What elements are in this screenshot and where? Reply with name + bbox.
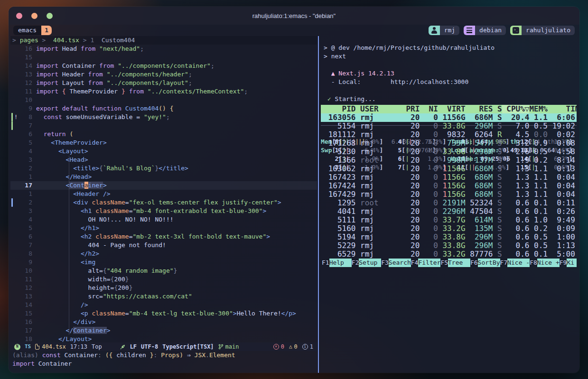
function-key[interactable]: F5Tree bbox=[440, 259, 470, 267]
function-key[interactable]: F9Ki bbox=[560, 259, 577, 267]
process-row[interactable]: 5230rmj20033.8G296MS2.60.54:58.70/opt/go bbox=[321, 148, 577, 156]
info-count[interactable]: i1 bbox=[302, 342, 313, 351]
cell-time: 1:13.86 bbox=[552, 241, 577, 250]
function-key[interactable]: F2Setup bbox=[352, 259, 382, 267]
code-line[interactable]: 9 export default function Custom404() { bbox=[10, 104, 317, 113]
cell-ni: 0 bbox=[420, 139, 438, 148]
process-row[interactable]: 1295root2002191M52324S0.60.10:11.09/usr/… bbox=[321, 199, 577, 207]
code-line[interactable]: 5 </h1> bbox=[10, 224, 317, 232]
gutter-fringe bbox=[10, 284, 18, 292]
warning-count[interactable]: △0 bbox=[289, 342, 298, 351]
process-row[interactable]: 167424rmj2001156G686MS1.31.10:04.37/opt/… bbox=[321, 182, 577, 190]
code-line[interactable]: 3 <h1 className="mb-4 font-extrabold tex… bbox=[10, 207, 317, 215]
cell-user: rmj bbox=[355, 113, 401, 122]
code-line[interactable]: 11 width={200} bbox=[10, 275, 317, 284]
badge-label: debian bbox=[475, 26, 506, 35]
col-pid[interactable]: PID bbox=[324, 105, 355, 113]
code-line[interactable]: 18 </Layout> bbox=[10, 335, 317, 342]
error-count[interactable]: ×0 bbox=[273, 342, 284, 351]
code-line[interactable]: 16 import Head from "next/head"; bbox=[10, 45, 317, 53]
breadcrumb[interactable]: > pages > 404.tsx > 1 Custom404 bbox=[10, 36, 317, 45]
code-line[interactable]: 9 <img bbox=[10, 258, 317, 267]
cell-user: rmj bbox=[355, 207, 401, 216]
code-line[interactable]: 8 </h2> bbox=[10, 250, 317, 258]
code-line[interactable]: 1 </Head> bbox=[10, 173, 317, 181]
process-row[interactable]: 5194rmj20033.8G296MS0.60.51:00.90/opt/go bbox=[321, 233, 577, 241]
process-row[interactable]: 1366root200996M137MS1.90.28:14.97/usr/li bbox=[321, 156, 577, 165]
fkey-action: Nice - bbox=[507, 259, 530, 267]
code-line[interactable]: 13 import Header from "../components/hea… bbox=[10, 70, 317, 79]
process-row[interactable]: 5154rmj20033.8G296MS7.00.519:02.91/opt/g… bbox=[321, 122, 577, 130]
code-line[interactable]: 7 bbox=[10, 121, 317, 130]
code-line[interactable]: 12 height={200} bbox=[10, 284, 317, 292]
process-row[interactable]: 4041rmj2002296M47504S0.60.10:26.53/snap/… bbox=[321, 207, 577, 216]
badge-label: rahuljuliato bbox=[522, 26, 575, 35]
tmux-status-badge[interactable]: rahuljuliato bbox=[510, 26, 575, 35]
tmux-status-badge[interactable]: rmj bbox=[429, 26, 459, 35]
process-row[interactable]: 167423rmj2001156G686MS1.31.10:04.39/opt/… bbox=[321, 173, 577, 182]
code-line[interactable]: 12 import Layout from "../components/lay… bbox=[10, 79, 317, 87]
code-line[interactable]: 2 <div className="fex-ol tems-center fle… bbox=[10, 198, 317, 207]
process-row[interactable]: 5111rmj20033.7G614MS0.61.09:49.90/opt/go bbox=[321, 216, 577, 224]
col-mem[interactable]: MEM% bbox=[529, 105, 552, 113]
code-line[interactable]: 4 OH NO!... NO! NO! NO!!! bbox=[10, 215, 317, 224]
code-line[interactable]: 10 bbox=[10, 96, 317, 104]
process-row[interactable]: 5229rmj20033.8G296MS0.60.51:13.86/opt/go bbox=[321, 241, 577, 250]
cell-state: S bbox=[493, 173, 502, 182]
code-line[interactable]: 4 <Layout> bbox=[10, 147, 317, 156]
col-ni[interactable]: NI bbox=[420, 105, 438, 113]
git-branch[interactable]: main bbox=[218, 342, 239, 351]
process-row[interactable]: 5160rmj20033.2G135MS0.60.20:09.95/opt/go bbox=[321, 224, 577, 233]
cell-cpu: 1.3 bbox=[502, 173, 530, 182]
git-change-indicator bbox=[11, 87, 13, 96]
code-line[interactable]: 13 src="https://cataas.com/cat" bbox=[10, 292, 317, 301]
col-virt[interactable]: VIRT bbox=[438, 105, 466, 113]
function-key[interactable]: F8Nice + bbox=[530, 259, 560, 267]
code-line[interactable]: 15 bbox=[10, 53, 317, 62]
code-line[interactable]: 7 404 - Page not found! bbox=[10, 241, 317, 250]
col-cpu-sort[interactable]: CPU%▽ bbox=[502, 105, 530, 113]
code-line[interactable]: 3 <Head> bbox=[10, 156, 317, 164]
process-row[interactable]: 163056rmj2001156G686MS20.41.16:06.13/opt… bbox=[321, 113, 577, 122]
process-row[interactable]: 167429rmj2001156G686MS1.31.10:04.43/opt/… bbox=[321, 190, 577, 199]
process-row[interactable]: 163062rmj2001156G686MS1.31.10:13.75/opt/… bbox=[321, 165, 577, 173]
col-user[interactable]: USER bbox=[355, 105, 401, 113]
code-line[interactable]: 6 <h2 className="mb-2 text-3xl font-bold… bbox=[10, 232, 317, 241]
git-change-indicator bbox=[11, 181, 13, 190]
process-row[interactable]: 171268rmj200735M547MS3.20.90:08.46/home/… bbox=[321, 139, 577, 148]
tmux-status-badge[interactable]: debian bbox=[464, 26, 506, 35]
col-state[interactable]: S bbox=[493, 105, 502, 113]
tmux-session-name: emacs bbox=[13, 26, 41, 35]
tmux-pane-divider[interactable] bbox=[318, 36, 319, 373]
cell-virt: 33.7G bbox=[438, 216, 466, 224]
code-line[interactable]: 2 <title>{`Rahul's Blog`}</title> bbox=[10, 164, 317, 173]
function-key[interactable]: F4Filter bbox=[411, 259, 441, 267]
code-line[interactable]: 14 import Container from "../components/… bbox=[10, 62, 317, 70]
code-line[interactable]: 14 /> bbox=[10, 301, 317, 309]
gutter-fringe: ! bbox=[10, 113, 18, 121]
process-row[interactable]: 181112rmj20098326264R4.50.00:02.63htop bbox=[321, 130, 577, 139]
code-line[interactable]: ! 8 const someUnusedVariable = "yey!"; bbox=[10, 113, 317, 121]
statusline-filename[interactable]: 404.tsx bbox=[42, 342, 66, 351]
code-line[interactable]: 16 </div> bbox=[10, 318, 317, 326]
col-res[interactable]: RES bbox=[466, 105, 493, 113]
function-key[interactable]: F1Help bbox=[322, 259, 352, 267]
code-line[interactable]: 5 <ThemeProvider> bbox=[10, 139, 317, 147]
code-line[interactable]: 1 <Header /> bbox=[10, 190, 317, 198]
code-line[interactable]: 6 return ( bbox=[10, 130, 317, 139]
code-line[interactable]: 17 <Container> bbox=[10, 181, 317, 190]
process-row[interactable]: 6529rmj20033.2G87776S0.60.15:00.02/opt/g… bbox=[321, 250, 577, 259]
code-line[interactable]: 15 <p className="mb-4 text-lg text-blue-… bbox=[10, 309, 317, 318]
cell-virt: 33.8G bbox=[438, 233, 466, 241]
function-key[interactable]: F6SortBy bbox=[470, 259, 500, 267]
code-line[interactable]: 17 </Container> bbox=[10, 326, 317, 335]
col-time[interactable]: TIME+ bbox=[552, 105, 577, 113]
function-key[interactable]: F7Nice - bbox=[500, 259, 530, 267]
col-pri[interactable]: PRI bbox=[401, 105, 420, 113]
tmux-session-tab[interactable]: emacs 1 bbox=[13, 26, 52, 35]
cell-pid: 181112 bbox=[324, 130, 355, 139]
code-line[interactable]: 10 alt={"404 random image"} bbox=[10, 267, 317, 275]
process-table-header[interactable]: PIDUSERPRINIVIRTRESSCPU%▽MEM%TIME+Comman… bbox=[321, 105, 577, 113]
code-line[interactable]: 11 import { ThemeProvider } from "../con… bbox=[10, 87, 317, 96]
function-key[interactable]: F3Search bbox=[381, 259, 411, 267]
